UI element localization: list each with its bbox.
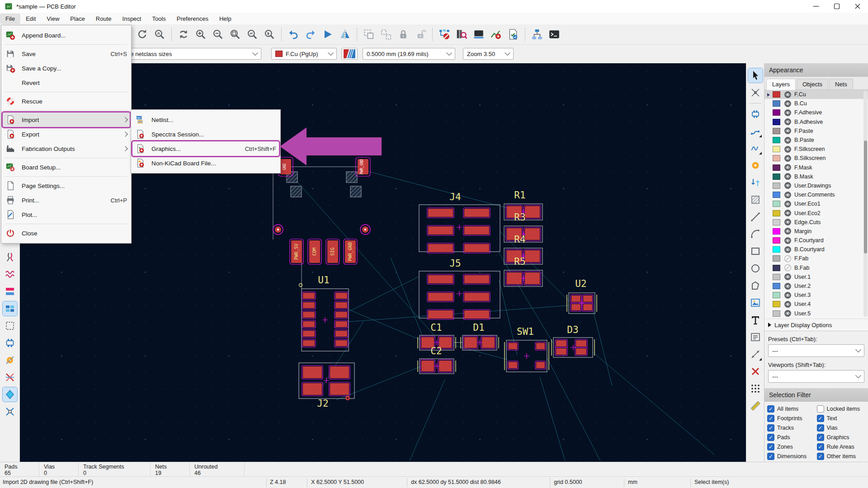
layer-color-swatch[interactable] — [773, 174, 780, 180]
right-toolbar-polygon-button[interactable] — [748, 278, 763, 293]
checkbox-checked[interactable]: ✓ — [767, 434, 774, 441]
layer-color-swatch[interactable] — [773, 128, 780, 134]
file-menu-item-board-setup[interactable]: Board Setup... — [3, 160, 130, 174]
layer-color-swatch[interactable] — [773, 109, 780, 116]
visibility-eye-icon[interactable] — [784, 237, 792, 244]
visibility-hidden-icon[interactable] — [784, 264, 792, 272]
file-menu-item-save[interactable]: SaveCtrl+S — [3, 47, 130, 61]
layer-color-swatch[interactable] — [773, 255, 780, 262]
layer-row-user-eco1[interactable]: User.Eco1 — [764, 199, 868, 208]
visibility-eye-icon[interactable] — [784, 273, 792, 281]
filter-graphics[interactable]: ✓Graphics — [817, 434, 866, 441]
left-toolbar-tweezers-button[interactable] — [3, 250, 17, 264]
layer-list-scrollbar[interactable] — [863, 91, 868, 317]
left-toolbar-track-x-button[interactable] — [3, 370, 17, 385]
menu-help[interactable]: Help — [214, 14, 237, 24]
left-toolbar-pad-diamond-button[interactable] — [3, 387, 17, 402]
toolbar-group-button[interactable] — [361, 27, 377, 42]
file-menu-item-import[interactable]: Import — [3, 113, 130, 127]
filter-pads[interactable]: ✓Pads — [767, 434, 816, 441]
layer-row-f-cu[interactable]: F.Cu — [764, 90, 868, 99]
layer-presentation-button[interactable] — [341, 48, 358, 60]
visibility-eye-icon[interactable] — [784, 100, 792, 108]
minimize-button[interactable] — [806, 0, 826, 13]
filter-other-items[interactable]: ✓Other items — [817, 453, 866, 460]
toolbar-zoom-in-button[interactable] — [193, 27, 208, 42]
track-width-combo[interactable]: 0.5000 mm (19.69 mils) — [363, 48, 455, 60]
file-menu-item-print[interactable]: Print...Ctrl+P — [3, 193, 130, 207]
visibility-eye-icon[interactable] — [784, 145, 792, 153]
toolbar-hier-button[interactable] — [529, 27, 545, 42]
checkbox-unchecked[interactable] — [817, 405, 824, 413]
right-toolbar-arc-button[interactable] — [748, 227, 763, 241]
layer-row-user-eco2[interactable]: User.Eco2 — [764, 208, 868, 217]
layer-color-swatch[interactable] — [773, 146, 780, 152]
menu-edit[interactable]: Edit — [20, 14, 41, 24]
visibility-eye-icon[interactable] — [784, 164, 792, 171]
layer-row-f-fab[interactable]: F.Fab — [764, 254, 868, 263]
layer-color-swatch[interactable] — [773, 210, 780, 216]
right-toolbar-circle-o-button[interactable] — [748, 261, 763, 276]
toolbar-net-inspect-button[interactable] — [488, 27, 504, 42]
visibility-eye-icon[interactable] — [784, 109, 792, 117]
file-menu-item-page-settings[interactable]: Page Settings... — [3, 178, 130, 193]
toolbar-refresh2-button[interactable] — [176, 27, 191, 42]
toolbar-zoom-auto-button[interactable]: A — [152, 27, 167, 42]
visibility-eye-icon[interactable] — [784, 218, 792, 226]
right-toolbar-ruler-button[interactable] — [748, 399, 763, 413]
layer-row-b-cu[interactable]: B.Cu — [764, 99, 868, 108]
left-toolbar-fp-grid-button[interactable] — [3, 336, 17, 350]
layer-color-swatch[interactable] — [773, 274, 780, 280]
layer-color-swatch[interactable] — [773, 119, 780, 125]
layer-row-f-courtyard[interactable]: F.Courtyard — [764, 236, 868, 245]
filter-all-items[interactable]: ✓All items — [767, 405, 816, 413]
toolbar-zoom-fit-button[interactable] — [227, 27, 243, 42]
right-toolbar-zone-button[interactable] — [748, 192, 763, 207]
layer-row-user-drawings[interactable]: User.Drawings — [764, 181, 868, 190]
layer-color-swatch[interactable] — [773, 91, 780, 98]
visibility-eye-icon[interactable] — [784, 246, 792, 253]
viewports-combo[interactable]: --- — [768, 370, 864, 383]
import-submenu-item-non-kicad-board-file[interactable]: Non-KiCad Board File... — [132, 156, 279, 170]
toolbar-lib-search-button[interactable] — [454, 27, 469, 42]
toolbar-zoom-cursor-button[interactable] — [262, 27, 277, 42]
checkbox-checked[interactable]: ✓ — [767, 415, 774, 422]
menu-inspect[interactable]: Inspect — [117, 14, 147, 24]
right-toolbar-fp-add-button[interactable] — [748, 107, 763, 121]
tab-nets[interactable]: Nets — [829, 79, 853, 89]
toolbar-ungroup-button[interactable] — [378, 27, 394, 42]
toolbar-lock-button[interactable] — [396, 27, 411, 42]
right-toolbar-delete-x-button[interactable] — [748, 364, 763, 379]
visibility-eye-icon[interactable] — [784, 282, 792, 290]
layer-color-swatch[interactable] — [773, 310, 780, 317]
checkbox-checked[interactable]: ✓ — [767, 405, 774, 413]
menu-view[interactable]: View — [41, 14, 65, 24]
checkbox-checked[interactable]: ✓ — [817, 443, 824, 450]
layer-display-options[interactable]: Layer Display Options — [764, 319, 868, 331]
menu-route[interactable]: Route — [90, 14, 117, 24]
layer-row-user-5[interactable]: User.5 — [764, 309, 868, 318]
layer-color-swatch[interactable] — [773, 265, 780, 271]
left-toolbar-select-dash-button[interactable] — [3, 319, 17, 333]
checkbox-checked[interactable]: ✓ — [817, 453, 824, 460]
layer-color-swatch[interactable] — [773, 137, 780, 143]
left-toolbar-layers-grid-button[interactable] — [3, 301, 17, 316]
visibility-eye-icon[interactable] — [784, 291, 792, 299]
left-toolbar-highlight-bars-button[interactable] — [3, 284, 17, 299]
right-toolbar-image-button[interactable] — [748, 296, 763, 310]
visibility-eye-icon[interactable] — [784, 136, 792, 144]
checkbox-checked[interactable]: ✓ — [817, 415, 824, 422]
layer-row-b-mask[interactable]: B.Mask — [764, 172, 868, 181]
visibility-eye-icon[interactable] — [784, 127, 792, 135]
maximize-button[interactable] — [826, 0, 847, 13]
file-menu-item-close[interactable]: Close — [3, 226, 130, 240]
visibility-eye-icon[interactable] — [784, 310, 792, 317]
filter-footprints[interactable]: ✓Footprints — [767, 415, 816, 422]
right-toolbar-line-button[interactable] — [748, 210, 763, 224]
menu-place[interactable]: Place — [65, 14, 90, 24]
visibility-eye-icon[interactable] — [784, 173, 792, 180]
layer-color-swatch[interactable] — [773, 155, 780, 161]
filter-tracks[interactable]: ✓Tracks — [767, 424, 816, 432]
file-menu-item-revert[interactable]: Revert — [3, 75, 130, 90]
checkbox-checked[interactable]: ✓ — [817, 424, 824, 432]
